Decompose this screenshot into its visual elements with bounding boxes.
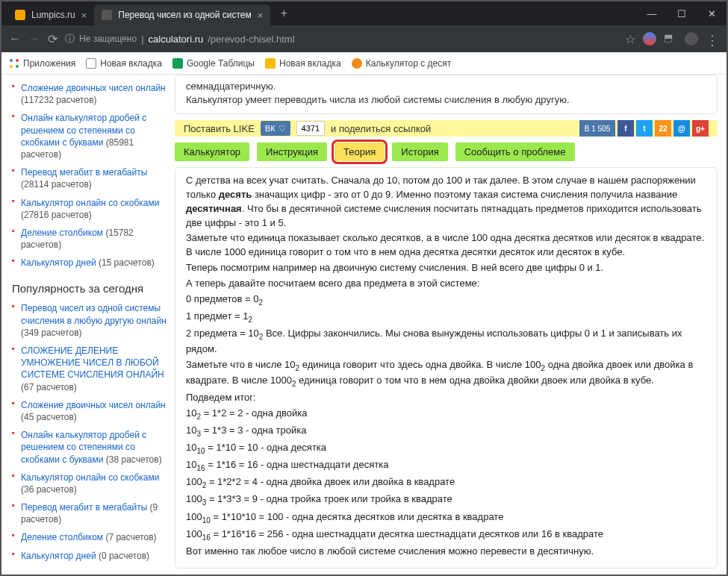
bookmark-star-icon[interactable]: ☆	[625, 32, 635, 46]
theory-line: Вот именно так любое число в любой систе…	[186, 545, 706, 559]
theory-line: 2 предмета = 102 Все. Цифры закончились.…	[186, 327, 706, 357]
like-share-bar: Поставить LIKE ВК♡ 4371 и поделиться ссы…	[175, 120, 718, 137]
share-label: и поделиться ссылкой	[331, 123, 431, 134]
theory-line: 1002 = 1*2*2 = 4 - одна двойка двоек или…	[186, 475, 706, 491]
browser-tab[interactable]: Lumpics.ru ×	[7, 4, 94, 25]
vk-like-button[interactable]: ВК♡	[261, 121, 290, 136]
sidebar-link[interactable]: Перевод чисел из одной системы счисления…	[21, 303, 167, 325]
page-icon	[86, 58, 96, 69]
sidebar-count: (7 расчетов)	[103, 532, 156, 542]
theory-line: Теперь посмотрим например на двоичную си…	[186, 261, 706, 275]
share-ok-button[interactable]: 22	[655, 120, 671, 137]
new-tab-button[interactable]: +	[275, 4, 293, 22]
close-icon[interactable]: ×	[258, 10, 264, 21]
menu-icon[interactable]: ⋮	[706, 32, 719, 46]
tab-title: Lumpics.ru	[31, 10, 75, 20]
tab-title: Перевод чисел из одной систем	[118, 10, 251, 20]
back-icon[interactable]: ←	[9, 32, 21, 46]
content-tab-история[interactable]: История	[392, 143, 447, 161]
sidebar-item[interactable]: Деление столбиком (7 расчетов)	[12, 528, 167, 546]
url-host: calculatori.ru	[149, 34, 204, 45]
browser-tab-active[interactable]: Перевод чисел из одной систем ×	[94, 4, 270, 25]
bookmark-item[interactable]: Новая вкладка	[86, 58, 162, 69]
sidebar-item[interactable]: Сложение двоичных чисел онлайн (117232 р…	[12, 79, 167, 109]
minimize-button[interactable]: —	[637, 1, 667, 25]
theory-line: Заметьте что единица показывает сколько …	[186, 231, 706, 260]
sidebar-item[interactable]: СЛОЖЕНИЕ ДЕЛЕНИЕ УМНОЖЕНИЕ ЧИСЕЛ В ЛЮБОЙ…	[12, 342, 167, 396]
main-content: семнадцатеричную. Калькулятор умеет пере…	[175, 75, 727, 575]
theory-line: 1016 = 1*16 = 16 - одна шестнадцати деся…	[186, 458, 706, 474]
sidebar-item[interactable]: Калькулятор онлайн со скобками (36 расче…	[12, 469, 167, 498]
share-tw-button[interactable]: t	[636, 120, 653, 137]
theory-line: 103 = 1*3 = 3 - одна тройка	[186, 424, 706, 439]
sidebar-item[interactable]: Перевод чисел из одной системы счисления…	[12, 299, 167, 342]
share-mail-button[interactable]: @	[673, 120, 690, 137]
sidebar-link[interactable]: Калькулятор онлайн со скобками	[21, 472, 159, 483]
sidebar-link[interactable]: Сложение двоичных чисел онлайн	[21, 400, 166, 410]
theory-line: 1010 = 1*10 = 10 - одна десятка	[186, 441, 706, 457]
theory-content: С детства на всех учат считать. Сначала …	[175, 167, 718, 569]
profile-avatar[interactable]	[685, 32, 698, 46]
theory-line: 1 предмет = 12	[186, 310, 706, 325]
theory-line: С детства на всех учат считать. Сначала …	[186, 174, 706, 230]
sidebar-item[interactable]: Калькулятор дней (0 расчетов)	[12, 547, 167, 565]
sidebar-count: (38 расчетов)	[103, 454, 161, 465]
sidebar-count: (0 расчетов)	[96, 551, 149, 561]
content-tab-теория[interactable]: Теория	[335, 143, 385, 161]
share-vk-button[interactable]: В 1 505	[579, 120, 615, 137]
sidebar-link[interactable]: СЛОЖЕНИЕ ДЕЛЕНИЕ УМНОЖЕНИЕ ЧИСЕЛ В ЛЮБОЙ…	[21, 345, 164, 380]
sidebar-link[interactable]: Перевод мегабит в мегабайты	[21, 167, 147, 178]
sidebar-section-title: Популярность за сегодня	[12, 282, 167, 295]
sidebar-item[interactable]: Сложение двоичных чисел онлайн (45 расче…	[12, 396, 167, 426]
reload-icon[interactable]: ⟳	[48, 32, 57, 46]
apps-button[interactable]: Приложения	[9, 58, 75, 69]
close-window-button[interactable]: ✕	[697, 1, 727, 25]
maximize-button[interactable]: ☐	[667, 1, 697, 25]
sidebar-item[interactable]: Калькулятор онлайн со скобками (27816 ра…	[12, 194, 167, 224]
sidebar-link[interactable]: Калькулятор дней	[21, 257, 96, 268]
security-label: Не защищено	[79, 34, 137, 44]
favicon-icon	[102, 10, 112, 20]
content-tabs: КалькуляторИнструкцияТеорияИсторияСообщи…	[175, 143, 718, 161]
share-gplus-button[interactable]: g+	[692, 120, 709, 137]
theory-line: Подведем итог:	[186, 391, 706, 405]
sidebar-item[interactable]: Калькулятор дней (15 расчетов)	[12, 254, 167, 272]
close-icon[interactable]: ×	[81, 10, 87, 21]
content-tab-калькулятор[interactable]: Калькулятор	[175, 143, 249, 161]
sidebar-count: (27816 расчетов)	[21, 210, 92, 220]
theory-line: 0 предметов = 02	[186, 292, 706, 308]
content-tab-инструкция[interactable]: Инструкция	[257, 143, 327, 161]
sidebar-item[interactable]: Перевод мегабит в мегабайты (28114 расче…	[12, 163, 167, 193]
bookmark-item[interactable]: Калькулятор с десят	[352, 58, 452, 69]
bookmark-item[interactable]: Google Таблицы	[172, 58, 255, 69]
theory-line: 10016 = 1*16*16 = 256 - одна шестнадцати…	[186, 528, 706, 543]
intro-text: семнадцатеричную.	[186, 80, 706, 93]
sidebar-item[interactable]: Деление столбиком (15782 расчетов)	[12, 224, 167, 254]
sidebar-link[interactable]: Перевод мегабит в мегабайты	[21, 502, 147, 513]
sidebar-link[interactable]: Деление столбиком	[21, 532, 103, 542]
sidebar-item[interactable]: Перевод мегабит в мегабайты (9 расчетов)	[12, 498, 167, 528]
sidebar-link[interactable]: Сложение двоичных чисел онлайн	[21, 83, 166, 93]
url-path: /perevod-chisel.html	[208, 34, 294, 45]
sidebar-item[interactable]: Онлайн калькулятор дробей с решением со …	[12, 109, 167, 163]
intro-card: семнадцатеричную. Калькулятор умеет пере…	[175, 75, 718, 114]
page-icon	[352, 58, 362, 69]
content-tab-сообщить о проблеме[interactable]: Сообщить о проблеме	[455, 143, 575, 161]
forward-icon[interactable]: →	[28, 32, 40, 46]
sidebar-link[interactable]: Калькулятор дней	[21, 551, 96, 561]
share-fb-button[interactable]: f	[617, 120, 634, 137]
theory-line: 102 = 1*2 = 2 - одна двойка	[186, 407, 706, 422]
extension-icon[interactable]	[643, 32, 656, 46]
sheets-icon	[172, 58, 183, 69]
theory-line: А теперь давайте посчитаем всего два пре…	[186, 277, 706, 291]
bookmark-item[interactable]: Новая вкладка	[265, 58, 341, 69]
sidebar-link[interactable]: Деление столбиком	[21, 228, 103, 238]
url-field[interactable]: ⓘ Не защищено | calculatori.ru/perevod-c…	[65, 32, 617, 46]
theory-line: Заметьте что в числе 102 единица говорит…	[186, 358, 706, 389]
extension-icon[interactable]: ⬒	[664, 32, 677, 46]
apps-icon	[9, 58, 19, 69]
sidebar-item[interactable]: Онлайн калькулятор дробей с решением со …	[12, 426, 167, 469]
sidebar-link[interactable]: Калькулятор онлайн со скобками	[21, 198, 159, 208]
sidebar-count: (117232 расчетов)	[21, 95, 97, 105]
favicon-icon	[15, 10, 25, 20]
